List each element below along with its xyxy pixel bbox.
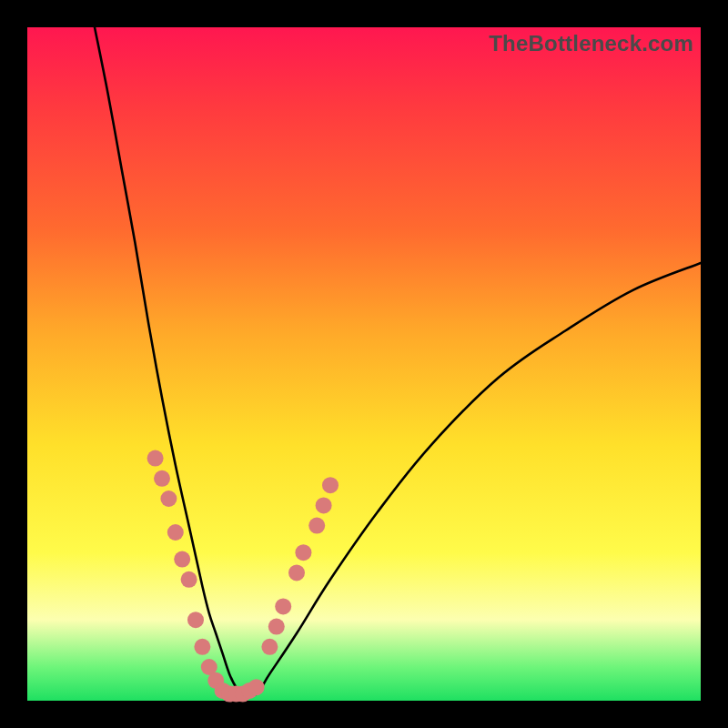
data-point <box>295 544 311 561</box>
data-point <box>268 619 285 635</box>
data-point <box>194 639 210 655</box>
data-point <box>316 497 332 513</box>
data-point <box>167 524 184 541</box>
data-point <box>181 571 197 588</box>
data-point <box>275 598 291 614</box>
chart-frame: TheBottleneck.com <box>0 0 728 728</box>
curve-layer <box>95 27 701 696</box>
chart-svg <box>27 27 701 701</box>
data-point <box>308 518 325 534</box>
data-point <box>288 564 305 581</box>
marker-layer <box>147 450 339 703</box>
data-point <box>154 470 170 487</box>
data-point <box>187 612 204 628</box>
data-point <box>248 679 265 695</box>
plot-area: TheBottleneck.com <box>27 27 701 701</box>
data-point <box>261 639 278 655</box>
data-point <box>174 551 190 568</box>
data-point <box>160 490 177 507</box>
data-point <box>147 450 164 467</box>
bottleneck-curve <box>95 27 701 696</box>
data-point <box>322 477 339 493</box>
